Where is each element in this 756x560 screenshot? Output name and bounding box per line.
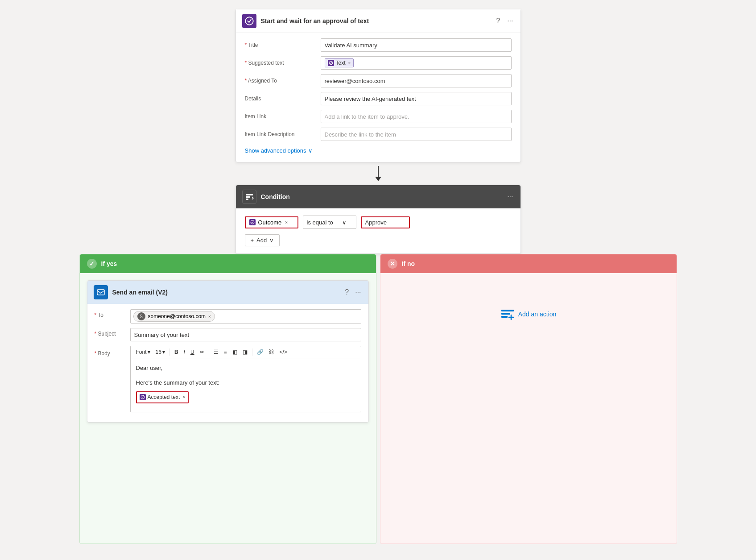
- email-header-icon: [94, 285, 108, 299]
- unlink-icon: ⛓: [269, 349, 274, 355]
- approval-help-button[interactable]: ?: [495, 16, 501, 26]
- numbered-list-button[interactable]: ≡: [222, 348, 229, 356]
- connector-arrow-1: [375, 177, 381, 181]
- to-recipient-field[interactable]: S someone@contoso.com ×: [130, 309, 361, 324]
- add-condition-button[interactable]: + Add ∨: [245, 234, 280, 246]
- show-advanced-label: Show advanced options: [245, 147, 306, 154]
- highlight-button[interactable]: ✏: [198, 348, 206, 356]
- approval-card-header: Start and wait for an approval of text ?…: [236, 9, 521, 33]
- assigned-to-label: Assigned To: [245, 78, 316, 84]
- outcome-token-field[interactable]: Outcome ×: [245, 216, 298, 228]
- body-line-1: Dear user,: [136, 364, 355, 373]
- item-link-desc-label: Item Link Description: [245, 131, 316, 137]
- align-right-button[interactable]: ◨: [241, 348, 249, 356]
- suggested-text-label: Suggested text: [245, 60, 316, 66]
- svg-rect-9: [501, 313, 510, 315]
- body-content[interactable]: Dear user, Here's the summary of your te…: [131, 358, 361, 412]
- details-input[interactable]: [321, 92, 512, 105]
- condition-icon-svg: [245, 192, 254, 201]
- if-no-header: ✕ If no: [380, 254, 677, 273]
- approval-icon-svg: [245, 17, 254, 25]
- email-header: Send an email (V2) ? ···: [87, 281, 368, 304]
- condition-icon: [242, 190, 256, 204]
- details-label: Details: [245, 95, 316, 102]
- email-help-button[interactable]: ?: [344, 287, 350, 297]
- body-toolbar: Font ▾ 16 ▾ B I: [131, 346, 361, 358]
- condition-value-text: Approve: [365, 219, 387, 226]
- toolbar-divider-1: [169, 348, 170, 356]
- if-no-body: Add an action: [380, 273, 677, 355]
- text-token-icon: [328, 60, 334, 66]
- subject-input[interactable]: [130, 328, 361, 341]
- accepted-text-close[interactable]: ×: [182, 394, 185, 401]
- item-link-desc-input[interactable]: [321, 128, 512, 141]
- add-action-button[interactable]: Add an action: [500, 307, 557, 321]
- condition-title: Condition: [261, 193, 502, 200]
- accepted-text-label: Accepted text: [148, 393, 180, 402]
- add-condition-row: + Add ∨: [245, 234, 512, 246]
- code-icon: </>: [280, 349, 287, 355]
- body-spacer: [136, 373, 355, 378]
- add-action-label: Add an action: [518, 311, 557, 318]
- font-size-selector[interactable]: 16 ▾: [154, 348, 167, 356]
- item-link-label: Item Link: [245, 113, 316, 120]
- outcome-token-close[interactable]: ×: [285, 220, 288, 225]
- show-advanced-button[interactable]: Show advanced options ∨: [245, 147, 313, 154]
- if-yes-label: If yes: [101, 260, 117, 267]
- toolbar-divider-3: [252, 348, 252, 356]
- recipient-avatar: S: [137, 312, 145, 320]
- recipient-email: someone@contoso.com: [148, 313, 206, 319]
- add-icon: +: [251, 237, 254, 244]
- condition-header: Condition ···: [236, 185, 521, 208]
- no-x-icon: ✕: [388, 259, 397, 269]
- to-row: To S someone@contoso.com ×: [95, 309, 361, 324]
- title-input[interactable]: [321, 38, 512, 52]
- condition-operator[interactable]: is equal to ∨: [303, 216, 356, 229]
- accepted-text-icon-svg: [140, 395, 145, 399]
- unlink-button[interactable]: ⛓: [267, 348, 276, 356]
- add-chevron-icon: ∨: [269, 237, 274, 244]
- bold-button[interactable]: B: [173, 348, 180, 356]
- condition-more-icon: ···: [507, 193, 513, 201]
- if-yes-body: Send an email (V2) ? ··· To: [80, 273, 376, 430]
- align-left-button[interactable]: ◧: [231, 348, 239, 356]
- body-row: Body Font ▾ 16: [95, 346, 361, 412]
- connector-line-1: [378, 166, 379, 177]
- item-link-desc-row: Item Link Description: [245, 128, 512, 141]
- operator-chevron: ∨: [342, 219, 347, 226]
- item-link-input[interactable]: [321, 110, 512, 123]
- code-button[interactable]: </>: [278, 348, 289, 356]
- email-more-button[interactable]: ···: [354, 287, 362, 297]
- condition-more-button[interactable]: ···: [506, 192, 514, 202]
- assigned-to-input[interactable]: [321, 74, 512, 87]
- italic-button[interactable]: I: [182, 348, 187, 356]
- if-yes-panel: ✓ If yes Send an email (V2): [79, 254, 376, 544]
- to-label: To: [95, 309, 126, 318]
- help-icon: ?: [496, 17, 500, 25]
- subject-row: Subject: [95, 328, 361, 341]
- approval-more-button[interactable]: ···: [506, 16, 514, 26]
- text-token-close[interactable]: ×: [348, 61, 351, 66]
- email-body: To S someone@contoso.com × S: [87, 304, 368, 422]
- underline-button[interactable]: U: [189, 348, 196, 356]
- subject-label: Subject: [95, 328, 126, 337]
- svg-rect-3: [246, 196, 250, 198]
- font-selector[interactable]: Font ▾: [134, 348, 152, 356]
- email-card: Send an email (V2) ? ··· To: [87, 280, 369, 423]
- bullet-list-button[interactable]: ☰: [212, 348, 220, 356]
- email-icon-svg: [96, 288, 105, 297]
- text-token-label: Text: [336, 60, 346, 66]
- condition-value[interactable]: Approve: [361, 216, 410, 228]
- link-button[interactable]: 🔗: [255, 348, 265, 356]
- text-token-svg: [329, 61, 333, 65]
- email-more-icon: ···: [355, 288, 361, 296]
- highlight-icon: ✏: [200, 349, 204, 355]
- svg-rect-10: [501, 316, 508, 318]
- title-label: Title: [245, 42, 316, 48]
- chevron-down-icon: ∨: [308, 147, 313, 154]
- suggested-text-field[interactable]: Text ×: [321, 56, 512, 70]
- condition-card: Condition ··· Outcome ×: [235, 185, 521, 254]
- svg-rect-6: [97, 290, 104, 295]
- recipient-close[interactable]: ×: [208, 314, 211, 319]
- approval-header-icon: [242, 14, 256, 28]
